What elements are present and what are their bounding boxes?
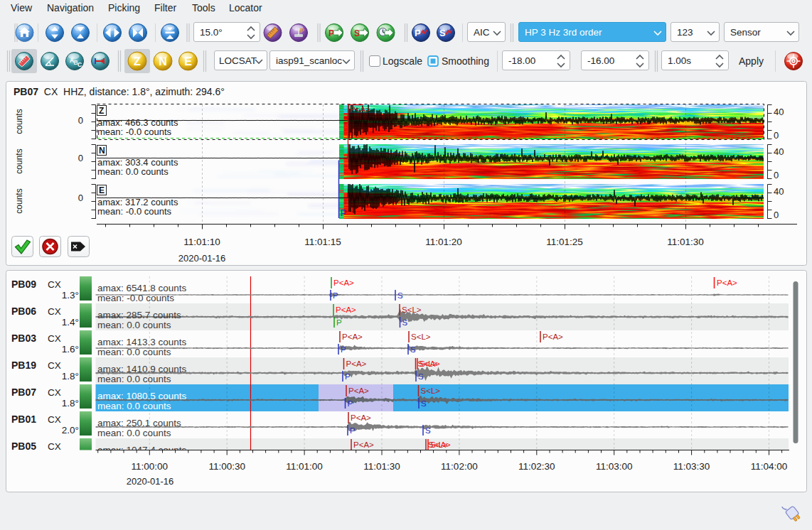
svg-text:P: P xyxy=(415,28,421,38)
svg-text:S: S xyxy=(439,28,446,38)
svg-text:N: N xyxy=(159,55,167,67)
svg-text:P: P xyxy=(300,27,304,34)
svg-text:E: E xyxy=(184,55,192,67)
svg-text:C: C xyxy=(78,61,82,68)
svg-text:Z: Z xyxy=(134,55,141,67)
